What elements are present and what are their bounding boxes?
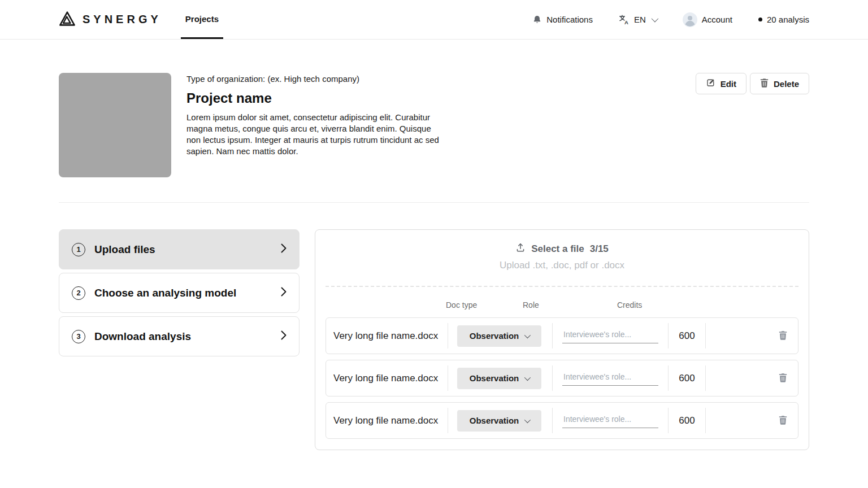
- row-actions: [706, 372, 798, 385]
- chevron-right-icon: [281, 287, 287, 299]
- chevron-down-icon: [524, 374, 531, 380]
- table-column-headers: Doc type Role Credits: [326, 300, 798, 313]
- upload-panel: Select a file 3/15 Upload .txt, .doc, pd…: [315, 229, 809, 450]
- analysis-counter: 20 analysis: [758, 15, 809, 24]
- chevron-down-icon: [524, 416, 531, 422]
- trash-icon: [779, 330, 787, 340]
- step-choose-model[interactable]: 2 Choose an analysing model: [59, 273, 300, 313]
- doc-type-dropdown[interactable]: Observation: [457, 325, 541, 347]
- role-cell: [553, 329, 668, 343]
- row-actions: [706, 329, 798, 343]
- doc-type-cell: Observation: [448, 368, 552, 389]
- project-actions: Edit Delete: [696, 73, 809, 177]
- file-name: Very long file name.docx: [326, 373, 448, 384]
- project-type-label: Type of organization: (ex. High tech com…: [186, 74, 440, 84]
- column-header-credits: Credits: [617, 300, 642, 310]
- avatar: [683, 12, 697, 27]
- role-cell: [553, 413, 668, 428]
- delete-file-button[interactable]: [778, 414, 788, 428]
- role-cell: [553, 371, 668, 386]
- synergy-logo-icon: [59, 11, 76, 29]
- credits-value: 600: [669, 415, 705, 426]
- navbar-right: Notifications A EN: [532, 0, 809, 39]
- file-name: Very long file name.docx: [326, 415, 448, 426]
- doc-type-dropdown[interactable]: Observation: [457, 410, 541, 432]
- bullet-icon: [758, 18, 762, 21]
- delete-file-button[interactable]: [778, 329, 788, 343]
- edit-button-label: Edit: [721, 79, 736, 89]
- notifications-label: Notifications: [546, 15, 593, 24]
- steps-list: 1 Upload files 2 Choose an analysing mod…: [59, 229, 300, 450]
- file-count: 3/15: [590, 243, 609, 255]
- translate-icon: A: [619, 14, 630, 25]
- trash-icon: [779, 415, 787, 425]
- doc-type-cell: Observation: [448, 410, 552, 432]
- project-description: Lorem ipsum dolor sit amet, consectetur …: [186, 112, 440, 157]
- step-label: Choose an analysing model: [94, 287, 236, 299]
- top-navbar: SYNERGY Projects Notifications: [0, 0, 868, 40]
- chevron-down-icon: [651, 15, 658, 23]
- section-divider: [59, 202, 809, 203]
- doc-type-value: Observation: [470, 373, 519, 383]
- select-file-label: Select a file: [531, 243, 584, 255]
- workflow-section: 1 Upload files 2 Choose an analysing mod…: [59, 229, 809, 450]
- project-header: Type of organization: (ex. High tech com…: [59, 73, 809, 177]
- svg-text:A: A: [624, 19, 628, 25]
- chevron-down-icon: [524, 332, 531, 338]
- tab-projects[interactable]: Projects: [181, 0, 223, 39]
- delete-button[interactable]: Delete: [750, 73, 809, 94]
- trash-icon: [760, 78, 769, 89]
- file-rows: Very long file name.docx Observation 600: [326, 317, 798, 439]
- account-menu[interactable]: Account: [683, 12, 732, 27]
- step-label: Upload files: [94, 243, 155, 256]
- select-file-button[interactable]: Select a file 3/15: [326, 242, 798, 255]
- chevron-right-icon: [281, 243, 287, 255]
- step-number-badge: 2: [72, 286, 85, 300]
- file-row: Very long file name.docx Observation 600: [326, 317, 798, 354]
- column-header-role: Role: [523, 300, 539, 310]
- upload-hint: Upload .txt, .doc, pdf or .docx: [326, 260, 798, 271]
- project-image-placeholder: [59, 73, 171, 177]
- role-input[interactable]: [562, 329, 658, 343]
- role-input[interactable]: [562, 371, 658, 386]
- trash-icon: [779, 373, 787, 382]
- doc-type-value: Observation: [470, 416, 519, 425]
- role-input[interactable]: [562, 413, 658, 428]
- file-name: Very long file name.docx: [326, 330, 448, 342]
- credits-value: 600: [669, 330, 705, 342]
- main-content: Type of organization: (ex. High tech com…: [0, 73, 868, 450]
- language-selector[interactable]: A EN: [619, 14, 657, 25]
- project-info: Type of organization: (ex. High tech com…: [186, 73, 440, 177]
- bell-icon: [532, 15, 542, 25]
- language-label: EN: [634, 15, 646, 24]
- doc-type-cell: Observation: [448, 325, 552, 347]
- credits-value: 600: [669, 373, 705, 384]
- step-upload-files[interactable]: 1 Upload files: [59, 229, 300, 269]
- project-name: Project name: [186, 90, 440, 106]
- doc-type-dropdown[interactable]: Observation: [457, 368, 541, 389]
- file-row: Very long file name.docx Observation 600: [326, 360, 798, 396]
- file-row: Very long file name.docx Observation 600: [326, 402, 798, 439]
- doc-type-value: Observation: [470, 331, 519, 341]
- account-label: Account: [702, 15, 732, 24]
- step-number-badge: 3: [72, 330, 85, 343]
- step-label: Download analysis: [94, 330, 191, 343]
- delete-button-label: Delete: [774, 79, 799, 89]
- notifications-button[interactable]: Notifications: [532, 15, 593, 25]
- step-number-badge: 1: [72, 243, 85, 256]
- upload-icon: [515, 242, 526, 255]
- edit-pencil-icon: [706, 78, 715, 89]
- brand-name: SYNERGY: [83, 13, 162, 26]
- edit-button[interactable]: Edit: [696, 73, 747, 94]
- brand[interactable]: SYNERGY: [59, 0, 162, 39]
- delete-file-button[interactable]: [778, 372, 788, 385]
- row-actions: [706, 414, 798, 428]
- nav-tabs: Projects: [181, 0, 223, 39]
- step-download-analysis[interactable]: 3 Download analysis: [59, 316, 300, 356]
- analysis-count-label: 20 analysis: [767, 15, 809, 24]
- chevron-right-icon: [281, 330, 287, 342]
- dashed-divider: [326, 286, 798, 287]
- column-header-doc-type: Doc type: [446, 300, 477, 310]
